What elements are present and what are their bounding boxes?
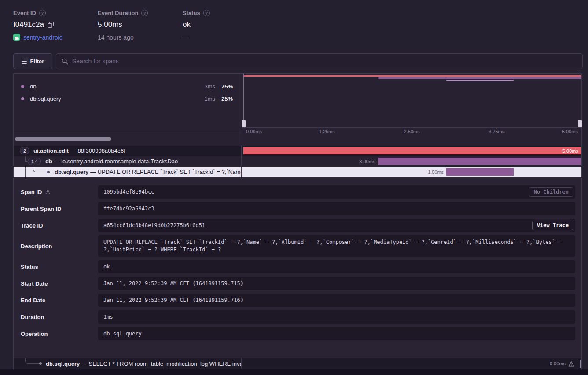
viewport-guide-left (243, 74, 244, 120)
detail-label: Start Date (21, 280, 48, 287)
span-description: io.sentry.android.roomsample.data.Tracks… (61, 158, 178, 165)
span-row-ui-action-edit[interactable]: 2 ui.action.edit — 88f300998a0b4e6f 5.00… (14, 146, 581, 156)
span-search[interactable] (56, 53, 583, 69)
detail-value: Jan 11, 2022 9:52:39 AM CET (1641891159.… (98, 277, 575, 290)
search-input[interactable] (72, 58, 582, 65)
span-bar[interactable] (446, 168, 514, 176)
copy-icon[interactable] (48, 22, 54, 28)
event-id-value: f0491c2a (13, 20, 44, 29)
ops-breakdown-panel: db 3ms 75% db.sql.query 1ms 25% (14, 74, 242, 146)
detail-row-description: Description UPDATE OR REPLACE `Track` SE… (14, 235, 581, 257)
op-name: db (30, 83, 197, 90)
detail-row-start-date: Start Date Jan 11, 2022 9:52:39 AM CET (… (14, 277, 581, 290)
detail-row-duration: Duration 1ms (14, 310, 581, 324)
span-detail-page: Event ID ? f0491c2a sentry-android Event… (0, 0, 588, 375)
op-color-dot (21, 97, 24, 100)
detail-row-end-date: End Date Jan 11, 2022 9:52:39 AM CET (16… (14, 294, 581, 307)
op-duration: 3ms (197, 83, 215, 90)
android-platform-icon (13, 34, 20, 41)
legend-item-db[interactable]: db 3ms 75% (14, 82, 242, 91)
event-id-label: Event ID (13, 10, 36, 16)
event-duration-value: 5.00ms (98, 20, 122, 29)
tree-node-dot (47, 171, 50, 173)
detail-row-span-id: Span ID ⚓ 1095bd4ef8e94bcc No Children (14, 185, 581, 199)
detail-value: 1ms (98, 310, 575, 324)
span-description: SELECT * FROM room_table_modification_lo… (89, 360, 242, 367)
detail-label: End Date (21, 297, 45, 304)
axis-tick: 3.75ms (489, 129, 504, 134)
zero-duration-span-marker[interactable] (580, 360, 581, 368)
op-color-dot (21, 85, 24, 88)
ops-legend: db 3ms 75% db.sql.query 1ms 25% (14, 74, 242, 133)
detail-row-parent-span-id: Parent Span ID ffe7dbc92a6942c3 (14, 202, 581, 215)
status-value: ok (183, 20, 191, 29)
anchor-icon[interactable]: ⚓ (45, 189, 51, 195)
op-percentage: 25% (215, 96, 233, 102)
span-op: db.sql.query (55, 169, 88, 175)
bottom-gutter (0, 369, 588, 375)
detail-label: Trace ID (21, 222, 43, 229)
span-bar[interactable] (378, 158, 581, 165)
detail-label: Parent Span ID (21, 206, 61, 212)
detail-value: a654cc61dc0b48ef9d0b27275b6f0d51 View Tr… (98, 219, 575, 232)
horizontal-scrollbar-thumb[interactable] (15, 137, 111, 141)
trace-view: db 3ms 75% db.sql.query 1ms 25% (13, 73, 582, 369)
span-description: 88f300998a0b4e6f (77, 147, 125, 154)
op-duration: 1ms (197, 96, 215, 102)
span-op: db.sql.query (46, 360, 80, 367)
viewport-handle-right[interactable] (578, 120, 582, 127)
detail-label: Status (21, 264, 38, 270)
detail-value: ffe7dbc92a6942c3 (98, 202, 575, 215)
minimap-span-ui-action-edit (244, 75, 581, 77)
span-row-db[interactable]: 1 db — io.sentry.android.roomsample.data… (14, 156, 581, 167)
event-status-block: Status ? ok — (183, 10, 210, 41)
trace-minimap[interactable]: 0.00ms 1.25ms 2.50ms 3.75ms 5.00ms (242, 74, 581, 146)
axis-tick: 2.50ms (404, 129, 419, 134)
event-id-block: Event ID ? f0491c2a sentry-android (13, 10, 63, 41)
legend-item-db-sql-query[interactable]: db.sql.query 1ms 25% (14, 94, 242, 103)
detail-label: Span ID (21, 189, 42, 195)
span-row-db-sql-query-selected[interactable]: db.sql.query — UPDATE OR REPLACE `Track`… (14, 167, 581, 177)
chevron-up-icon (35, 160, 38, 163)
no-children-button[interactable]: No Children (529, 187, 573, 197)
axis-tick: 1.25ms (319, 129, 335, 134)
child-count-badge-collapse[interactable]: 1 (28, 158, 41, 165)
minimap-chart[interactable] (242, 74, 581, 127)
help-icon[interactable]: ? (141, 10, 148, 16)
child-count-badge[interactable]: 2 (20, 147, 29, 154)
span-duration: 0.00ms (550, 358, 566, 369)
span-duration: 5.00ms (562, 146, 578, 156)
time-axis: 0.00ms 1.25ms 2.50ms 3.75ms 5.00ms (242, 127, 581, 136)
help-icon[interactable]: ? (39, 10, 46, 16)
detail-value: Jan 11, 2022 9:52:39 AM CET (1641891159.… (98, 294, 575, 307)
search-icon (62, 58, 68, 65)
detail-row-status: Status ok (14, 260, 581, 273)
view-trace-button[interactable]: View Trace (532, 221, 573, 230)
detail-row-trace-id: Trace ID a654cc61dc0b48ef9d0b27275b6f0d5… (14, 219, 581, 232)
status-label: Status (183, 10, 200, 16)
axis-tick: 0.00ms (246, 129, 262, 134)
detail-value: 1095bd4ef8e94bcc No Children (98, 185, 575, 199)
tree-node-dot (39, 362, 42, 365)
span-detail-panel: Span ID ⚓ 1095bd4ef8e94bcc No Children P… (14, 177, 581, 358)
span-duration: 1.00ms (428, 167, 444, 177)
span-bar[interactable] (243, 147, 581, 154)
span-row-db-sql-query-select[interactable]: db.sql.query — SELECT * FROM room_table_… (14, 358, 581, 369)
filter-icon (22, 59, 27, 64)
minimap-span-db-sql-query (446, 80, 514, 81)
filter-button[interactable]: Filter (13, 53, 52, 69)
op-name: db.sql.query (30, 96, 197, 102)
op-percentage: 75% (215, 83, 233, 90)
detail-label: Duration (21, 314, 44, 320)
span-description: UPDATE OR REPLACE `Track` SET `TrackId` … (98, 169, 242, 175)
help-icon[interactable]: ? (203, 10, 210, 16)
event-duration-block: Event Duration ? 5.00ms 14 hours ago (98, 10, 148, 41)
event-duration-label: Event Duration (98, 10, 138, 16)
detail-label: Description (21, 243, 52, 250)
project-link[interactable]: sentry-android (23, 34, 63, 41)
axis-tick: 5.00ms (562, 129, 578, 134)
event-age: 14 hours ago (98, 34, 134, 41)
status-sub: — (183, 34, 189, 41)
filter-button-label: Filter (30, 58, 44, 65)
viewport-handle-left[interactable] (242, 120, 246, 127)
